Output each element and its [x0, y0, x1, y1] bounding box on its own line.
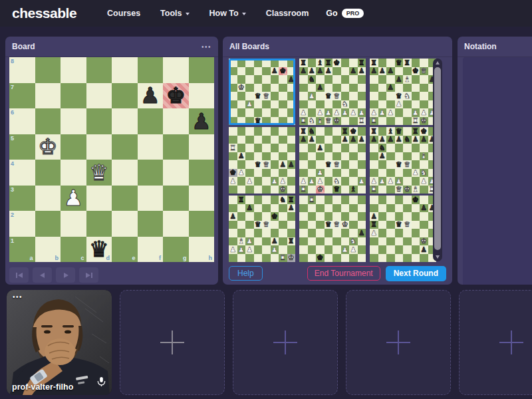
board-square[interactable]: 5 [9, 134, 35, 160]
board-square[interactable] [316, 127, 325, 136]
board-square[interactable]: ♟ [61, 186, 86, 211]
board-square[interactable]: ♛ [86, 160, 112, 186]
board-square[interactable]: ♞ [308, 75, 317, 84]
board-square[interactable] [308, 212, 317, 221]
board-square[interactable] [420, 186, 428, 194]
board-square[interactable] [386, 59, 395, 67]
board-square[interactable] [370, 196, 378, 204]
board-square[interactable] [325, 237, 333, 246]
board-square[interactable] [349, 117, 358, 126]
board-square[interactable]: ♟ [245, 100, 254, 109]
board-square[interactable] [349, 212, 358, 221]
board-square[interactable]: ♟ [138, 83, 164, 109]
board-square[interactable]: ♟ [358, 136, 366, 144]
mini-board-5[interactable]: ♜♞♜♚♟♟♟♟♟♟♛♛♟♟♟♟♞♟♜♚♛♝ [299, 127, 366, 194]
board-square[interactable] [341, 229, 350, 237]
board-square[interactable] [271, 84, 279, 92]
board-square[interactable] [378, 59, 387, 67]
board-square[interactable] [254, 144, 263, 152]
board-square[interactable] [229, 75, 237, 84]
board-square[interactable] [403, 254, 412, 263]
board-square[interactable]: ♞ [349, 237, 358, 246]
board-square[interactable] [420, 160, 428, 169]
board-square[interactable] [229, 108, 237, 117]
board-square[interactable]: ♟ [279, 177, 287, 186]
board-square[interactable] [254, 84, 263, 92]
board-square[interactable] [308, 229, 317, 237]
board-square[interactable] [349, 204, 358, 213]
board-square[interactable] [299, 169, 308, 178]
board-square[interactable] [237, 136, 246, 144]
board-square[interactable] [229, 152, 237, 161]
board-square[interactable] [245, 117, 254, 126]
board-square[interactable] [271, 127, 279, 136]
board-square[interactable]: ♝ [316, 59, 325, 67]
board-square[interactable] [229, 221, 237, 229]
board-square[interactable]: ♛ [395, 127, 404, 136]
empty-video-slot-1[interactable] [120, 290, 225, 395]
board-square[interactable] [332, 127, 341, 136]
board-square[interactable] [279, 75, 287, 84]
empty-video-slot-4[interactable] [459, 290, 532, 395]
board-square[interactable]: f [138, 237, 164, 263]
board-square[interactable] [254, 245, 263, 254]
board-square[interactable] [325, 169, 333, 178]
board-square[interactable] [370, 237, 378, 246]
board-square[interactable]: ♜ [279, 254, 287, 263]
board-square[interactable] [358, 212, 366, 221]
board-square[interactable] [332, 84, 341, 92]
board-square[interactable] [386, 212, 395, 221]
board-square[interactable] [316, 229, 325, 237]
board-square[interactable] [412, 59, 420, 67]
board-square[interactable]: ♟ [349, 136, 358, 144]
board-square[interactable] [262, 84, 271, 92]
board-square[interactable] [237, 117, 246, 126]
board-square[interactable]: ♟ [237, 169, 246, 178]
board-square[interactable] [271, 117, 279, 126]
board-square[interactable] [378, 221, 387, 229]
board-square[interactable]: b [35, 237, 61, 263]
board-square[interactable]: ♚ [229, 169, 237, 178]
board-square[interactable] [332, 136, 341, 144]
board-square[interactable] [262, 254, 271, 263]
board-square[interactable] [325, 204, 333, 213]
board-square[interactable] [237, 92, 246, 100]
go-pro-button[interactable]: Go PRO [326, 9, 364, 18]
board-square[interactable]: ♟ [370, 108, 378, 117]
board-square[interactable] [287, 127, 296, 136]
board-square[interactable]: ♟ [378, 177, 387, 186]
board-square[interactable] [112, 83, 138, 109]
board-square[interactable] [245, 229, 254, 237]
nav-item-classroom[interactable]: Classroom [266, 9, 309, 18]
board-square[interactable] [271, 108, 279, 117]
board-square[interactable] [403, 144, 412, 152]
board-square[interactable] [237, 204, 246, 213]
board-square[interactable] [189, 186, 215, 211]
board-square[interactable] [271, 229, 279, 237]
board-square[interactable]: ♛ [325, 221, 333, 229]
board-square[interactable] [308, 186, 317, 194]
board-square[interactable]: ♟ [349, 108, 358, 117]
board-square[interactable]: ♜ [358, 59, 366, 67]
board-square[interactable] [412, 204, 420, 213]
board-square[interactable] [287, 221, 296, 229]
board-square[interactable] [279, 169, 287, 178]
board-square[interactable] [61, 108, 86, 134]
board-square[interactable] [287, 92, 296, 100]
board-square[interactable]: ♟ [245, 177, 254, 186]
board-square[interactable] [358, 84, 366, 92]
board-square[interactable] [386, 144, 395, 152]
board-square[interactable] [316, 204, 325, 213]
board-square[interactable] [403, 127, 412, 136]
board-square[interactable] [412, 160, 420, 169]
board-square[interactable] [287, 84, 296, 92]
board-square[interactable] [358, 92, 366, 100]
board-square[interactable] [35, 57, 61, 83]
board-square[interactable] [189, 211, 215, 237]
board-square[interactable] [35, 108, 61, 134]
board-square[interactable] [358, 160, 366, 169]
board-square[interactable]: ♚ [35, 134, 61, 160]
board-square[interactable] [412, 92, 420, 100]
board-square[interactable] [395, 254, 404, 263]
board-square[interactable] [112, 160, 138, 186]
